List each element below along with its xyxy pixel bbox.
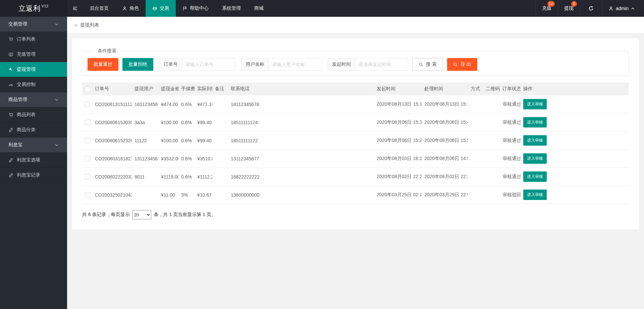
sidebar-item-label: 利息宝选项 [17,157,40,163]
cell-order-no: CO2008061523267400 [95,138,132,143]
table-row: CO2008031818274407 13112345677 ¥3532.00 … [82,150,629,168]
cell-start-time: 2020年08月06日 15:30:35 [377,119,422,125]
sidebar-item-goods-category[interactable]: 商品分类 [0,122,67,138]
search-icon [419,62,423,67]
user-name-input[interactable] [269,58,322,71]
cell-fee: 0.6% [181,120,192,125]
cell-order-no: CO2008131511127347 [95,102,132,107]
search-panel: 条件搜索 批量通过 批量拒绝 订单号 用户名称 发起时间 搜 [82,48,629,76]
enter-audit-button[interactable]: 进入审核 [523,99,547,109]
sidebar-group-label: 商品管理 [8,97,27,103]
nav-item-label: 帮助中心 [190,5,209,11]
brand-name: 立返利 [18,4,41,13]
order-no-input[interactable] [182,58,235,71]
recharge-button[interactable]: 12 充值 [536,0,558,17]
topbar: 立返利 V12 后台首页 角色 交易 帮助中心 系统管理 商城 12 充值 0 … [0,0,644,17]
cell-withdraw-amount: ¥3532.00 [161,156,178,161]
card-icon [8,52,13,57]
person-icon [608,6,613,11]
search-button[interactable]: 搜 索 [412,58,443,71]
cell-withdraw-amount: ¥11.00 [161,192,175,198]
row-checkbox[interactable] [85,120,90,125]
nav-item-system[interactable]: 系统管理 [215,0,248,17]
enter-audit-button[interactable]: 进入审核 [523,171,547,182]
cell-process-time: 2020年08月06日 15:43:00 [424,119,468,125]
nav-item-trade[interactable]: 交易 [146,0,176,17]
withdraw-button[interactable]: 0 提现 [558,0,580,17]
brand-logo[interactable]: 立返利 V12 [0,0,67,17]
link-icon [8,173,13,178]
topbar-right: 12 充值 0 提现 admin [536,0,644,17]
brand-version: V12 [42,4,49,8]
nav-item-help-center[interactable]: 帮助中心 [176,0,215,17]
menu-toggle-button[interactable] [67,0,83,17]
cell-withdraw-amount: ¥100.00 [161,138,178,143]
row-checkbox[interactable] [85,102,90,107]
sidebar-item-label: 商品分类 [17,127,36,133]
nav-item-label: 交易 [160,5,169,11]
sidebar-item-goods-list[interactable]: 商品列表 [0,107,67,122]
nav-item-roles[interactable]: 角色 [115,0,146,17]
enter-audit-button[interactable]: 进入审核 [523,153,547,164]
per-page-select[interactable]: 20 [132,210,151,219]
cell-process-time: 2020年08月06日 15:57:27 [424,138,468,143]
sidebar-group-trade[interactable]: 交易管理 [0,17,67,32]
row-checkbox[interactable] [85,192,90,198]
sidebar-item-label: 利息宝记录 [17,172,40,178]
search-panel-legend: 条件搜索 [94,48,120,54]
cell-order-status: 审核驳回 [502,192,521,197]
cell-start-time: 2020年03月25日 02:10:43 [377,192,422,197]
withdraw-table: 订单号提现用户提现金额手续费实际到账备注联系电话发起时间处理时间方式二维码订单状… [82,83,629,204]
refresh-button[interactable] [580,0,602,17]
sidebar: 交易管理 订单列表 充值管理 提现管理 交易控制 商品管理 商品列表 商品分类 … [0,17,67,309]
sidebar-item-recharge-manage[interactable]: 充值管理 [0,47,67,62]
sidebar-item-label: 提现管理 [17,66,36,72]
enter-audit-button[interactable]: 进入审核 [523,190,547,200]
enter-audit-button[interactable]: 进入审核 [523,135,547,146]
sidebar-group-goods[interactable]: 商品管理 [0,92,67,107]
sidebar-item-order-list[interactable]: 订单列表 [0,32,67,47]
sidebar-group-label: 交易管理 [8,21,27,27]
sidebar-item-interest-records[interactable]: 利息宝记录 [0,168,67,183]
row-checkbox[interactable] [85,174,90,179]
cell-actual-amount: ¥99.40 [197,120,212,125]
nav-item-label: 商城 [254,5,264,11]
username: admin [616,6,629,11]
table-row: CO2008022220328820 8011 ¥1119.00 0.6% ¥1… [82,168,629,186]
column-header: 处理时间 [424,86,443,91]
export-button[interactable]: 导 出 [447,58,477,71]
cell-fee: 0.6% [181,174,192,179]
cell-withdraw-user: 13112345677 [135,156,158,161]
row-checkbox[interactable] [85,156,90,161]
sidebar-group-interest[interactable]: 利息宝 [0,138,67,153]
breadcrumb-bar: » 提现列表 [67,17,644,34]
sidebar-item-interest-options[interactable]: 利息宝选项 [0,153,67,168]
row-checkbox[interactable] [85,138,90,143]
sidebar-item-trade-control[interactable]: 交易控制 [0,77,67,92]
chevron-down-icon [55,98,58,102]
user-name-filter-label: 用户名称 [241,58,269,71]
column-header: 提现金额 [161,86,178,91]
batch-reject-button[interactable]: 批量拒绝 [122,58,153,71]
cell-order-status: 审核通过 [502,101,521,107]
enter-audit-button[interactable]: 进入审核 [523,117,547,127]
nav-item-home[interactable]: 后台首页 [83,0,115,17]
person-icon [122,6,127,11]
table-row: CO2003250210434626 ¥11.00 3% ¥10.67 1380… [82,186,629,204]
cell-order-status: 审核通过 [502,174,521,179]
sidebar-item-withdraw-manage[interactable]: 提现管理 [0,62,67,77]
user-menu[interactable]: admin [602,0,644,17]
search-button-label: 搜 索 [426,61,437,67]
nav-item-mall[interactable]: 商城 [248,0,270,17]
cell-start-time: 2020年08月06日 15:23:26 [377,138,422,143]
cell-withdraw-amount: ¥100.00 [161,120,178,125]
sidebar-group-label: 利息宝 [8,142,22,148]
batch-approve-button[interactable]: 批量通过 [88,58,118,71]
start-time-input[interactable] [355,58,408,71]
page-title: 提现列表 [80,22,99,28]
cell-phone: 18822222222 [231,174,260,179]
scales-icon [152,6,157,11]
table-header-row: 订单号提现用户提现金额手续费实际到账备注联系电话发起时间处理时间方式二维码订单状… [82,83,629,95]
column-header: 二维码 [486,86,500,91]
select-all-checkbox[interactable] [85,87,90,92]
